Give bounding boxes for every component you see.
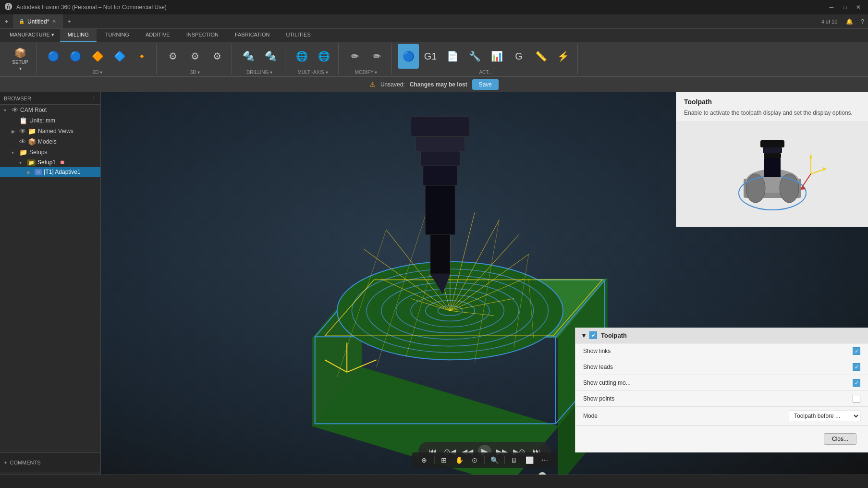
toolpath-settings-checkbox[interactable]: ✓ (589, 331, 597, 339)
save-button[interactable]: Save (472, 79, 499, 90)
svg-rect-40 (416, 136, 465, 151)
extra-btn[interactable]: ⚡ (552, 44, 574, 69)
toolpath-btn[interactable]: 🔵 (398, 44, 419, 69)
show-points-checkbox[interactable] (853, 395, 860, 403)
toolpath-preview-svg (705, 126, 840, 222)
tab-close-icon[interactable]: ✕ (52, 18, 56, 24)
new-btn[interactable]: + (0, 18, 13, 25)
notifications-icon[interactable]: 🔔 (842, 18, 857, 25)
tab-turning[interactable]: TURNING (98, 29, 137, 42)
post-btn[interactable]: 📄 (442, 44, 463, 69)
drilling-buttons: 🔩 🔩 (238, 44, 281, 69)
tree-item-setup1[interactable]: ▾ 📁 Setup1 ⏺ (0, 158, 100, 167)
close-button[interactable]: ✕ (854, 2, 863, 12)
tab-inspection[interactable]: INSPECTION (179, 29, 226, 42)
drilling-icon1: 🔩 (243, 50, 255, 62)
multiaxis-icon2: 🌐 (318, 50, 330, 62)
2d-buttons: 🔵 🔵 🔶 🔷 🔸 (43, 44, 152, 69)
simulate-icon: G1 (424, 51, 437, 62)
view-grid-btn[interactable]: ⬜ (523, 454, 536, 466)
multiaxis-btn1[interactable]: 🌐 (291, 44, 312, 69)
adaptive1-label: [T1] Adaptive1 (44, 169, 81, 175)
comments-add-icon[interactable]: + (4, 460, 7, 465)
tab-add-btn[interactable]: + (62, 18, 75, 25)
folder2-icon-named-views: 📁 (28, 127, 36, 135)
view-fit-btn[interactable]: ⊞ (437, 454, 451, 466)
help-icon[interactable]: ? (857, 18, 868, 25)
compare-btn[interactable]: 📊 (486, 44, 507, 69)
inspect-btn[interactable]: 📏 (530, 44, 551, 69)
view-pan-btn[interactable]: ✋ (452, 454, 466, 466)
setup-btn[interactable]: 📦 SETUP ▾ (8, 47, 33, 72)
minimize-button[interactable]: ─ (827, 2, 836, 12)
settings-close-button[interactable]: Clos... (824, 433, 856, 445)
svg-rect-41 (421, 151, 460, 166)
3d-label: 3D ▾ (190, 70, 200, 75)
2d-btn4[interactable]: 🔷 (109, 44, 130, 69)
2d-btn3[interactable]: 🔶 (87, 44, 108, 69)
tab-fabrication[interactable]: FABRICATION (227, 29, 278, 42)
2d-icon4: 🔷 (114, 50, 126, 62)
show-links-checkbox[interactable]: ✓ (853, 347, 860, 355)
folder-icon-named-views: 👁 (19, 127, 26, 135)
tab-utilities[interactable]: UTILITIES (278, 29, 318, 42)
nc-icon: G (515, 51, 523, 62)
sidebar: BROWSER ⋮ ▾ 👁 CAM Root 📋 Units: mm ▶ 👁 📁… (0, 92, 101, 485)
viewport[interactable]: ⏮ ⊙◀ ◀◀ ▶ ▶▶ ▶⊙ ⏭ ⊕ ⊞ ✋ ⊙ (101, 92, 868, 485)
expand-icon-setup1: ▾ (19, 160, 25, 165)
3d-btn3[interactable]: ⚙ (207, 44, 228, 69)
settings-close-area: Clos... (575, 426, 868, 452)
drilling-btn1[interactable]: 🔩 (238, 44, 259, 69)
box-icon-models: 📦 (28, 138, 36, 146)
2d-btn2[interactable]: 🔵 (65, 44, 86, 69)
main-area: BROWSER ⋮ ▾ 👁 CAM Root 📋 Units: mm ▶ 👁 📁… (0, 92, 868, 485)
expand-icon-adaptive1: ▶ (27, 170, 33, 175)
view-zoom-btn[interactable]: 🔍 (488, 454, 501, 466)
show-leads-label: Show leads (583, 364, 849, 370)
tab-name: Untitled* (27, 18, 49, 25)
nc-btn[interactable]: G (508, 44, 529, 69)
shop-btn[interactable]: 🔧 (464, 44, 485, 69)
tab-bar: + 🔒 Untitled* ✕ + 4 of 10 🔔 ? (0, 14, 868, 29)
view-more-btn[interactable]: ⋯ (538, 454, 551, 466)
3d-btn1[interactable]: ⚙ (162, 44, 183, 69)
tab-additive[interactable]: ADDITIVE (138, 29, 178, 42)
3d-btn2[interactable]: ⚙ (184, 44, 206, 69)
browser-options-icon[interactable]: ⋮ (91, 95, 97, 101)
show-cutting-checkbox[interactable]: ✓ (853, 379, 860, 387)
tab-milling[interactable]: MILLING (60, 29, 97, 42)
view-home-btn[interactable]: ⊕ (417, 454, 431, 466)
modify-icon2: ✏ (373, 50, 381, 62)
show-leads-checkbox[interactable]: ✓ (853, 363, 860, 371)
tree-item-named-views[interactable]: ▶ 👁 📁 Named Views (0, 126, 100, 136)
actions-buttons: 🔵 G1 📄 🔧 📊 G 📏 ⚡ (398, 44, 574, 69)
2d-btn1[interactable]: 🔵 (43, 44, 64, 69)
maximize-button[interactable]: □ (840, 2, 850, 12)
setup-label: SETUP (12, 60, 28, 65)
multiaxis-btn2[interactable]: 🌐 (313, 44, 334, 69)
comments-label: COMMENTS (10, 460, 40, 465)
app-logo-icon: 🅐 (5, 3, 12, 12)
multiaxis-icon1: 🌐 (296, 50, 308, 62)
toolpath-settings-expand-icon[interactable]: ▾ (582, 332, 586, 339)
multiaxis-label: MULTI-AXIS ▾ (297, 70, 328, 75)
2d-btn5[interactable]: 🔸 (131, 44, 152, 69)
drilling-btn2[interactable]: 🔩 (260, 44, 281, 69)
document-tab[interactable]: 🔒 Untitled* ✕ (13, 14, 62, 28)
view-display-btn[interactable]: 🖥 (507, 454, 521, 466)
modify-btn1[interactable]: ✏ (344, 44, 366, 69)
view-orbit-btn[interactable]: ⊙ (468, 454, 481, 466)
simulate-btn[interactable]: G1 (420, 44, 441, 69)
tree-item-cam-root[interactable]: ▾ 👁 CAM Root (0, 105, 100, 115)
modify-btn2[interactable]: ✏ (367, 44, 388, 69)
tree-item-setups[interactable]: ▾ 📁 Setups (0, 147, 100, 158)
mode-select[interactable]: Toolpath before ... (789, 411, 860, 421)
folder-icon-cam-root: 👁 (12, 106, 18, 114)
setup-icon: 📦 (14, 47, 26, 59)
tab-setup[interactable]: MANUFACTURE ▾ (5, 29, 59, 42)
tree-item-adaptive1[interactable]: ▶ ⚙ [T1] Adaptive1 (0, 167, 100, 177)
mode-control: Toolpath before ... (789, 411, 860, 421)
tree-item-models[interactable]: 👁 📦 Models (0, 136, 100, 147)
tree-item-units[interactable]: 📋 Units: mm (0, 115, 100, 126)
2d-label: 2D ▾ (93, 70, 103, 75)
